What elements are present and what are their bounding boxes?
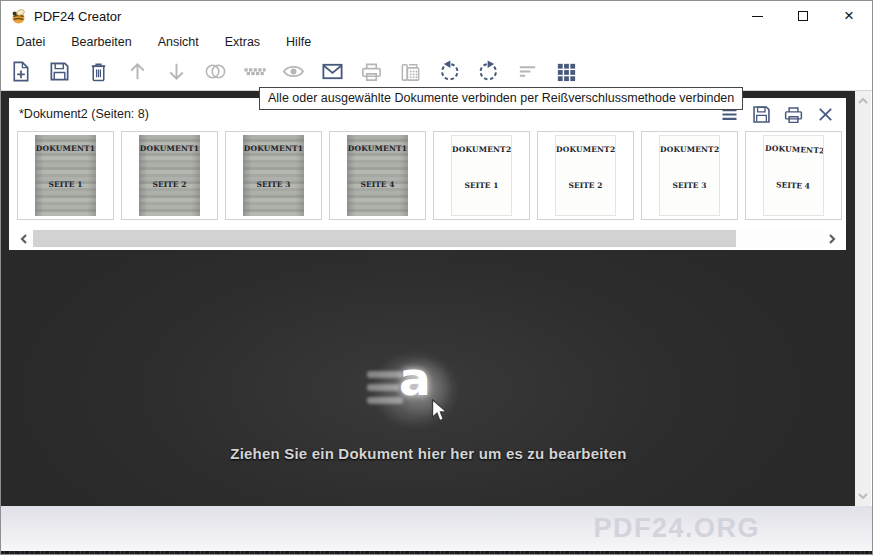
thumbnail-page: DOKUMENT2SEITE 1 <box>451 135 512 216</box>
page-thumbnail[interactable]: DOKUMENT1SEITE 2 <box>121 131 218 220</box>
vertical-scrollbar[interactable] <box>855 91 871 506</box>
toolbar <box>1 53 872 91</box>
thumbnail-page: DOKUMENT2SEITE 2 <box>555 135 616 216</box>
add-document-icon <box>9 60 32 83</box>
close-icon: × <box>844 6 854 26</box>
menu-ansicht[interactable]: Ansicht <box>145 32 212 52</box>
thumbnail-page: DOKUMENT1SEITE 4 <box>347 135 408 216</box>
move-up-icon <box>126 60 149 83</box>
save-document-button[interactable] <box>47 60 71 84</box>
thumbnail-doc-label: DOKUMENT1 <box>35 144 96 153</box>
toolbar-tooltip: Alle oder ausgewählte Dokumente verbinde… <box>259 87 743 110</box>
hscroll-thumb[interactable] <box>33 230 736 247</box>
scroll-right-icon[interactable] <box>823 229 841 248</box>
thumbnail-page: DOKUMENT2SEITE 4 <box>763 135 824 216</box>
mouse-cursor-icon <box>431 399 451 422</box>
thumbnail-page-label: SEITE 3 <box>243 180 304 189</box>
thumbnail-page: DOKUMENT1SEITE 1 <box>35 135 96 216</box>
document-panel: *Dokument2 (Seiten: 8) DOKUMENT1SEITE 1D… <box>9 98 846 250</box>
thumbnail-doc-label: DOKUMENT2 <box>765 144 824 156</box>
preview-button[interactable] <box>281 60 305 84</box>
menu-bar: DateiBearbeitenAnsichtExtrasHilfe <box>1 31 872 53</box>
minimize-icon <box>752 16 763 17</box>
scroll-left-icon[interactable] <box>15 229 33 248</box>
delete-pages-icon <box>87 60 110 83</box>
thumbnail-page-label: SEITE 2 <box>556 181 615 190</box>
maximize-button[interactable] <box>780 1 826 31</box>
zip-merge-icon <box>243 60 266 83</box>
thumbnail-page: DOKUMENT2SEITE 3 <box>659 135 720 216</box>
send-email-button[interactable] <box>320 60 344 84</box>
sort-pages-button[interactable] <box>515 60 539 84</box>
footer-bar: PDF24.ORG <box>1 506 872 551</box>
delete-pages-button[interactable] <box>86 60 110 84</box>
sort-pages-icon <box>516 60 539 83</box>
menu-hilfe[interactable]: Hilfe <box>273 32 324 52</box>
window-title: PDF24 Creator <box>34 9 121 24</box>
page-thumbnail[interactable]: DOKUMENT2SEITE 1 <box>433 131 530 220</box>
add-document-button[interactable] <box>8 60 32 84</box>
pdf24-brand: PDF24.ORG <box>593 513 760 544</box>
logo-stripe <box>367 371 403 378</box>
scroll-up-icon[interactable] <box>855 93 871 109</box>
merge-documents-button[interactable] <box>203 60 227 84</box>
thumbnail-doc-label: DOKUMENT1 <box>347 144 408 153</box>
print-button[interactable] <box>359 60 383 84</box>
thumbnail-page: DOKUMENT1SEITE 3 <box>243 135 304 216</box>
page-thumbnail[interactable]: DOKUMENT1SEITE 1 <box>17 131 114 220</box>
menu-bearbeiten[interactable]: Bearbeiten <box>58 32 144 52</box>
noise-strip <box>1 551 872 555</box>
thumbnail-page-label: SEITE 1 <box>35 180 96 189</box>
merge-documents-icon <box>204 60 227 83</box>
page-thumbnail[interactable]: DOKUMENT2SEITE 2 <box>537 131 634 220</box>
thumbnail-page-label: SEITE 1 <box>452 181 511 190</box>
workspace[interactable]: *Dokument2 (Seiten: 8) DOKUMENT1SEITE 1D… <box>1 91 856 506</box>
document-print-icon[interactable] <box>783 104 804 125</box>
page-thumbnail[interactable]: DOKUMENT2SEITE 4 <box>745 131 842 220</box>
rotate-right-icon <box>477 60 500 83</box>
move-down-button[interactable] <box>164 60 188 84</box>
rotate-left-icon <box>438 60 461 83</box>
thumbnail-page-label: SEITE 4 <box>763 180 822 192</box>
grid-view-button[interactable] <box>554 60 578 84</box>
title-bar: PDF24 Creator × <box>1 1 872 31</box>
thumbnail-doc-label: DOKUMENT2 <box>660 145 719 154</box>
close-button[interactable]: × <box>826 1 872 31</box>
thumbnail-doc-label: DOKUMENT2 <box>556 145 615 154</box>
menu-datei[interactable]: Datei <box>3 32 58 52</box>
logo-letter-a: a <box>399 351 431 406</box>
rotate-right-button[interactable] <box>476 60 500 84</box>
move-up-button[interactable] <box>125 60 149 84</box>
thumbnail-page-label: SEITE 4 <box>347 180 408 189</box>
fax-icon <box>399 60 422 83</box>
thumbnail-doc-label: DOKUMENT1 <box>243 144 304 153</box>
minimize-button[interactable] <box>734 1 780 31</box>
zip-merge-button[interactable] <box>242 60 266 84</box>
logo-stripe <box>367 397 403 404</box>
pdf24-app-icon <box>10 8 27 25</box>
hscroll-track[interactable] <box>33 229 823 248</box>
fax-button[interactable] <box>398 60 422 84</box>
thumbnail-page-label: SEITE 3 <box>660 181 719 190</box>
document-close-icon[interactable] <box>815 104 836 125</box>
save-document-icon <box>48 60 71 83</box>
move-down-icon <box>165 60 188 83</box>
app-window: PDF24 Creator × DateiBearbeitenAnsichtEx… <box>0 0 873 555</box>
thumbnail-doc-label: DOKUMENT1 <box>139 144 200 153</box>
print-icon <box>360 60 383 83</box>
scroll-down-icon[interactable] <box>855 488 871 504</box>
send-email-icon <box>321 60 344 83</box>
preview-icon <box>282 60 305 83</box>
document-save-icon[interactable] <box>751 104 772 125</box>
thumbnail-doc-label: DOKUMENT2 <box>452 145 511 154</box>
page-thumbnail[interactable]: DOKUMENT2SEITE 3 <box>641 131 738 220</box>
rotate-left-button[interactable] <box>437 60 461 84</box>
maximize-icon <box>798 11 808 21</box>
menu-extras[interactable]: Extras <box>212 32 273 52</box>
thumbnail-page: DOKUMENT1SEITE 2 <box>139 135 200 216</box>
thumbnail-strip: DOKUMENT1SEITE 1DOKUMENT1SEITE 2DOKUMENT… <box>9 131 846 227</box>
page-thumbnail[interactable]: DOKUMENT1SEITE 3 <box>225 131 322 220</box>
thumbnail-page-label: SEITE 2 <box>139 180 200 189</box>
page-thumbnail[interactable]: DOKUMENT1SEITE 4 <box>329 131 426 220</box>
horizontal-scrollbar[interactable] <box>15 229 841 248</box>
